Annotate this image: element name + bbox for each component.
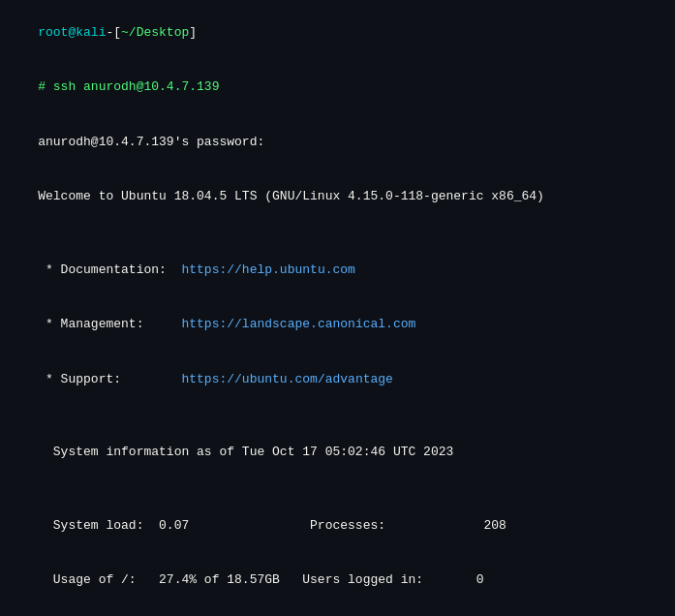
mgmt-line: * Management: https://landscape.canonica… bbox=[8, 298, 667, 354]
password-prompt: anurodh@10.4.7.139's password: bbox=[8, 115, 667, 170]
title-bar: root@kali-[~/Desktop] bbox=[8, 6, 667, 61]
usage-line: Usage of /: 27.4% of 18.57GB Users logge… bbox=[8, 553, 667, 608]
doc-line: * Documentation: https://help.ubuntu.com bbox=[8, 243, 667, 298]
ssh-command: # ssh anurodh@10.4.7.139 bbox=[8, 61, 667, 116]
terminal-window: root@kali-[~/Desktop] # ssh anurodh@10.4… bbox=[0, 0, 675, 616]
sysload-line: System load: 0.07 Processes: 208 bbox=[8, 499, 667, 554]
sysinfo-header: System information as of Tue Oct 17 05:0… bbox=[8, 425, 667, 480]
support-line: * Support: https://ubuntu.com/advantage bbox=[8, 353, 667, 408]
user-host: root@kali bbox=[38, 25, 106, 40]
welcome-message: Welcome to Ubuntu 18.04.5 LTS (GNU/Linux… bbox=[8, 170, 667, 226]
cwd: ~/Desktop bbox=[121, 25, 189, 40]
memory-line: Memory usage: 27% IP address for ens33: … bbox=[8, 608, 667, 616]
